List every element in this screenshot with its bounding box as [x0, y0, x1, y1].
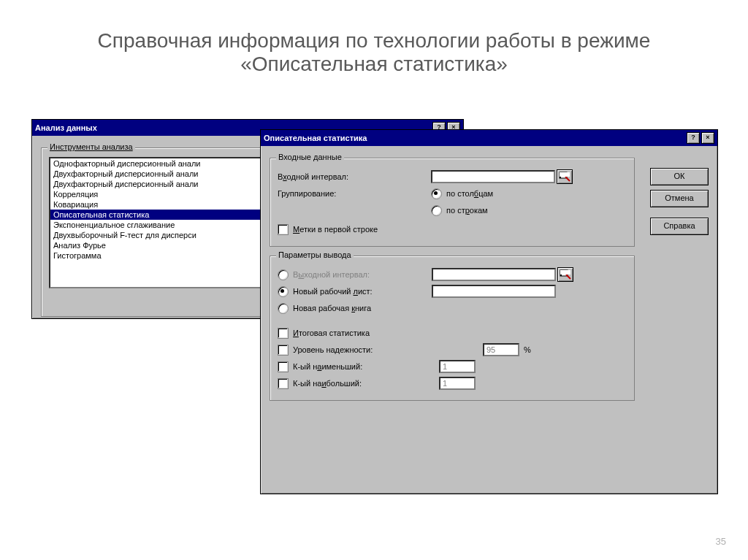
range-select-icon[interactable]	[557, 267, 573, 282]
list-item[interactable]: Двухвыборочный F-тест для дисперси	[50, 230, 267, 240]
confidence-check[interactable]	[278, 345, 289, 356]
list-item[interactable]: Гистограмма	[50, 250, 267, 261]
new-sheet-label: Новый рабочий лист:	[293, 287, 410, 296]
list-item[interactable]: Экспоненциальное сглаживание	[50, 220, 267, 230]
svg-rect-0	[560, 172, 567, 178]
grouping-rows-text: по строкам	[446, 206, 488, 215]
list-item[interactable]: Однофакторный дисперсионный анали	[50, 158, 267, 169]
confidence-field	[483, 343, 519, 356]
list-item[interactable]: Двухфакторный дисперсионный анали	[50, 179, 267, 189]
new-sheet-field[interactable]	[432, 285, 556, 298]
new-book-radio[interactable]	[278, 303, 289, 314]
ok-button[interactable]: ОК	[650, 168, 709, 185]
titlebar-text: Описательная статистика	[264, 134, 367, 142]
svg-rect-1	[560, 270, 568, 276]
cancel-button[interactable]: Отмена	[650, 190, 709, 207]
list-item[interactable]: Ковариация	[50, 199, 267, 210]
range-select-icon[interactable]	[557, 169, 573, 184]
list-item[interactable]: Двухфакторный дисперсионный анали	[50, 169, 267, 179]
summary-stats-label: Итоговая статистика	[293, 329, 370, 337]
input-range-label: Входной интервал:	[278, 172, 402, 181]
output-range-label: Выходной интервал:	[293, 270, 410, 279]
output-group-legend: Параметры вывода	[276, 250, 354, 259]
titlebar-text: Анализ данных	[35, 123, 97, 132]
grouping-columns-radio[interactable]	[431, 188, 442, 199]
list-item[interactable]: Анализ Фурье	[50, 240, 267, 250]
help-button[interactable]: Справка	[650, 218, 709, 235]
list-item[interactable]: Описательная статистика	[50, 210, 267, 220]
grouping-label: Группирование:	[278, 189, 402, 198]
kth-largest-field	[439, 377, 476, 390]
summary-stats-check[interactable]	[278, 328, 289, 339]
tools-listbox[interactable]: Однофакторный дисперсионный аналиДвухфак…	[49, 157, 268, 288]
input-group-legend: Входные данные	[276, 153, 344, 161]
labels-first-row-text: Метки в первой строке	[293, 225, 378, 234]
confidence-label: Уровень надежности:	[293, 345, 439, 354]
new-book-label: Новая рабочая книга	[293, 304, 371, 312]
kth-smallest-field	[439, 360, 476, 373]
list-item[interactable]: Корреляция	[50, 189, 267, 199]
help-icon[interactable]: ?	[687, 132, 700, 144]
slide-title: Справочная информация по технологии рабо…	[51, 29, 697, 76]
tools-list-label: Инструменты анализа	[47, 142, 135, 151]
page-number: 35	[716, 536, 726, 547]
labels-first-row-check[interactable]	[278, 224, 289, 235]
titlebar-descstats: Описательная статистика ? ×	[261, 130, 717, 146]
close-icon[interactable]: ×	[701, 132, 714, 144]
new-sheet-radio[interactable]	[278, 286, 289, 297]
grouping-rows-radio[interactable]	[431, 205, 442, 216]
input-range-field[interactable]	[431, 170, 555, 183]
kth-largest-check[interactable]	[278, 378, 289, 389]
output-range-radio[interactable]	[278, 269, 289, 280]
output-range-field	[432, 268, 556, 281]
descriptive-stats-dialog: Описательная статистика ? × ОК Отмена Сп…	[260, 129, 718, 494]
kth-smallest-label: К-ый наименьший:	[293, 362, 439, 371]
grouping-columns-text: по столбцам	[446, 189, 493, 198]
confidence-unit: %	[524, 345, 531, 354]
kth-largest-label: К-ый наибольший:	[293, 379, 439, 388]
kth-smallest-check[interactable]	[278, 361, 289, 372]
